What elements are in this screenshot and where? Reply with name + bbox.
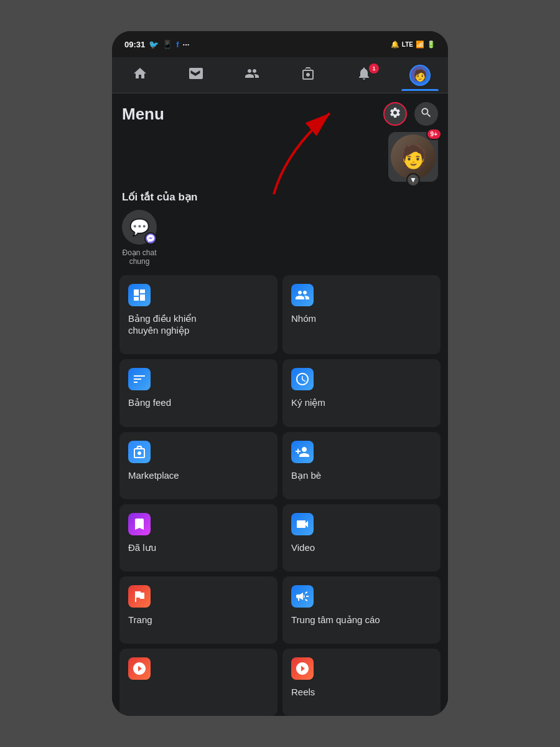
avatar-initial: 🧑 <box>413 68 427 82</box>
menu-item-memories[interactable]: Ký niệm <box>282 359 441 426</box>
menu-title: Menu <box>122 105 164 124</box>
search-icon <box>420 106 432 121</box>
menu-header: Menu <box>112 93 448 132</box>
status-time: 09:31 🐦 📱 f ··· <box>124 40 189 49</box>
header-icons <box>383 102 438 126</box>
battery-icon: 🔋 <box>427 40 436 49</box>
shortcut-icon-bg: 💬 <box>122 210 157 245</box>
lte-icon: LTE <box>402 41 413 48</box>
ads-icon <box>291 585 314 608</box>
shortcuts-heading: Lối tắt của bạn <box>112 187 448 210</box>
status-fb-icon: f <box>176 40 179 49</box>
shortcut-group-chat[interactable]: 💬 Đoạn chatchung <box>122 210 157 266</box>
status-icons-right: 🔔 LTE 📶 🔋 <box>391 40 436 49</box>
nav-friends[interactable] <box>233 60 271 91</box>
video-label: Video <box>291 542 432 554</box>
menu-item-friends[interactable]: Bạn bè <box>282 432 441 499</box>
marketplace-label: Marketplace <box>128 469 269 482</box>
dashboard-label: Bảng điều khiểnchuyên nghiệp <box>128 312 269 337</box>
memories-icon <box>291 368 314 390</box>
menu-item-groups[interactable]: Nhóm <box>282 275 441 355</box>
feed-label: Bảng feed <box>128 397 269 409</box>
menu-grid: Bảng điều khiểnchuyên nghiệp Nhóm Bảng f… <box>112 275 448 716</box>
groups-label: Nhóm <box>291 312 432 325</box>
chevron-down-icon[interactable]: ▼ <box>406 173 420 187</box>
nav-menu[interactable]: 🧑 <box>401 60 439 91</box>
phone-frame: 09:31 🐦 📱 f ··· 🔔 LTE 📶 🔋 <box>112 31 448 716</box>
menu-item-reels2[interactable]: Reels <box>282 649 441 716</box>
menu-item-saved[interactable]: Đã lưu <box>119 504 278 571</box>
status-screen-icon: 📱 <box>162 40 172 49</box>
alarm-icon: 🔔 <box>391 40 399 49</box>
time-display: 09:31 <box>124 40 145 49</box>
nav-home[interactable] <box>121 60 159 91</box>
pages-icon <box>128 585 151 608</box>
nav-watch[interactable] <box>177 60 215 91</box>
friends-label: Bạn bè <box>291 469 432 482</box>
shortcut-label-group-chat: Đoạn chatchung <box>122 248 156 266</box>
marketplace-icon <box>301 66 315 85</box>
settings-button[interactable] <box>383 102 407 126</box>
menu-item-dashboard[interactable]: Bảng điều khiểnchuyên nghiệp <box>119 275 278 355</box>
pages-label: Trang <box>128 614 269 626</box>
profile-card[interactable]: 🧑 9+ ▼ <box>388 132 438 182</box>
shortcuts-row: 💬 Đoạn chatchung <box>112 210 448 275</box>
menu-item-feed[interactable]: Bảng feed <box>119 359 278 426</box>
profile-section: 🧑 9+ ▼ <box>112 132 448 187</box>
nav-notifications[interactable]: 1 <box>345 60 383 91</box>
main-content: Menu <box>112 93 448 716</box>
settings-icon <box>389 106 401 121</box>
menu-item-pages[interactable]: Trang <box>119 576 278 644</box>
marketplace-grid-icon <box>128 441 151 463</box>
feed-icon <box>128 368 151 390</box>
story-count-badge: 9+ <box>426 128 442 140</box>
nav-marketplace[interactable] <box>289 60 327 91</box>
profile-avatar-area[interactable]: 🧑 9+ ▼ <box>122 132 438 182</box>
reels-icon <box>128 657 151 680</box>
reels2-label: Reels <box>291 686 432 698</box>
video-icon <box>291 513 314 535</box>
status-dots: ··· <box>183 40 190 49</box>
reels2-icon <box>291 657 314 680</box>
saved-icon <box>128 513 151 535</box>
menu-item-ads[interactable]: Trung tâm quảng cáo <box>282 576 441 644</box>
status-bar: 09:31 🐦 📱 f ··· 🔔 LTE 📶 🔋 <box>112 31 448 57</box>
status-bird-icon: 🐦 <box>149 40 159 49</box>
nav-bar: 1 🧑 <box>112 57 448 93</box>
menu-item-reels[interactable] <box>119 649 278 716</box>
menu-item-marketplace[interactable]: Marketplace <box>119 432 278 499</box>
friends-icon <box>245 66 259 85</box>
watch-icon <box>189 66 203 85</box>
signal-icon: 📶 <box>416 40 424 49</box>
saved-label: Đã lưu <box>128 542 269 554</box>
avatar-nav: 🧑 <box>409 65 431 86</box>
avatar-emoji: 🧑 <box>399 144 427 170</box>
ads-label: Trung tâm quảng cáo <box>291 614 432 626</box>
menu-item-video[interactable]: Video <box>282 504 441 571</box>
search-button[interactable] <box>414 102 438 126</box>
messenger-badge-icon <box>144 232 157 245</box>
notification-count: 1 <box>369 63 379 73</box>
groups-icon <box>291 284 314 306</box>
home-icon <box>133 66 147 85</box>
dashboard-icon <box>128 284 151 306</box>
friends-grid-icon <box>291 441 314 463</box>
memories-label: Ký niệm <box>291 397 432 409</box>
